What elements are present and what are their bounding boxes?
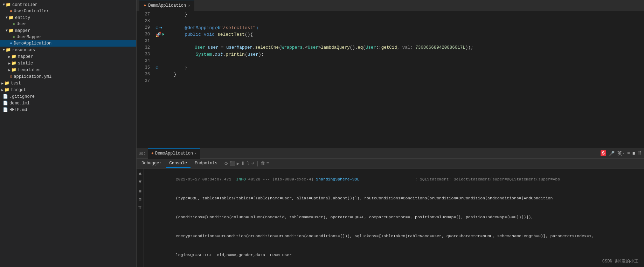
tab-console[interactable]: Console (166, 159, 191, 168)
arrow-right-icon: ▶ (8, 61, 11, 66)
text-file-icon: 📄 (3, 94, 8, 99)
filter-icon[interactable]: ⊠ (139, 197, 141, 202)
tree-item-test[interactable]: ▶ 📁 test (0, 80, 136, 87)
tree-item-controller[interactable]: ▼ 📁 controller (0, 1, 136, 8)
mic-icon[interactable]: 🎤 (609, 151, 615, 156)
tree-label: static (18, 61, 33, 66)
step-over-icon[interactable]: ⤵ (247, 161, 249, 166)
tree-item-entity[interactable]: ▼ 📁 entity (0, 14, 136, 21)
debug-icon: ⚑ (162, 32, 165, 37)
down-arrow-icon[interactable]: ▼ (139, 179, 141, 185)
panel-tabs-row: Debugger Console Endpoints ⟳ ⬛ ▶ ⏸ ⤵ ⤶ (137, 159, 644, 169)
arrow-down-icon: ▼ (6, 16, 8, 20)
tab-debugger-label: Debugger (141, 161, 162, 166)
code-line-36: } (174, 71, 644, 78)
tree-item-static[interactable]: ▶ 📁 static (0, 60, 136, 67)
arrow-right-icon: ▶ (8, 55, 11, 59)
tree-label: HELP.md (9, 108, 27, 112)
line-num-31: 31 (139, 38, 150, 44)
tree-label: templates (18, 68, 41, 73)
console-log-content[interactable]: 2022-05-27 09:34:07.471 INFO 48528 --- [… (144, 169, 644, 267)
split-icon[interactable]: ⊟ (139, 189, 141, 194)
tab-label: DemoApplication (148, 3, 186, 8)
code-content: } @GetMapping(⊙"/selectTest") public voi… (171, 11, 644, 84)
folder-icon: 📁 (6, 47, 11, 53)
panel-run-tab[interactable]: ● DemoApplication ✕ (148, 148, 200, 159)
tree-item-DemoApplication[interactable]: ● DemoApplication (0, 40, 136, 47)
log-line-5 (147, 265, 641, 267)
java-file-icon: ● (151, 151, 154, 156)
line-num-33: 33 (139, 51, 150, 58)
bottom-panel: ug: ● DemoApplication ✕ S 🎤 英· ⌨ ▦ ⣿ (137, 148, 644, 267)
tree-item-mapper[interactable]: ▼ 📁 mapper (0, 27, 136, 34)
log-line-3: encryptConditions=OrCondition(orConditio… (147, 227, 641, 246)
tree-label: controller (12, 2, 37, 7)
line-num-28: 28 (139, 18, 150, 25)
tree-item-gitignore[interactable]: 📄 .gitignore (0, 93, 136, 100)
tree-item-demo-iml[interactable]: 📄 demo.iml (0, 100, 136, 107)
line-num-27: 27 (139, 11, 150, 18)
editor-tab-bar: ● DemoApplication ✕ (137, 0, 644, 11)
line-num-35: 35 (139, 64, 150, 71)
lang-icon[interactable]: 英· (617, 150, 625, 157)
tree-item-resources[interactable]: ▼ 📁 resources (0, 47, 136, 53)
code-editor[interactable]: 27 28 29 30 31 32 33 34 35 36 37 (137, 11, 644, 148)
clear-icon[interactable]: 🗑 (261, 161, 265, 166)
tree-item-target[interactable]: ▶ 📁 target (0, 87, 136, 93)
code-line-27: } (174, 11, 644, 18)
keyboard-icon[interactable]: ⌨ (628, 151, 630, 156)
scroll-icon[interactable]: ≡ (266, 161, 269, 166)
tree-label: UserMapper (16, 35, 42, 40)
folder-icon: 📁 (4, 87, 9, 93)
tree-item-UserController[interactable]: ● UserController (0, 8, 136, 14)
code-line-37 (174, 78, 644, 84)
tab-console-label: Console (169, 161, 187, 166)
java-file-icon: ● (10, 9, 12, 14)
tree-label: mapper (18, 54, 33, 59)
folder-icon: 📁 (11, 67, 16, 73)
log-line-2: (conditions=[Condition(column=Column(nam… (147, 208, 641, 227)
tree-label: DemoApplication (14, 41, 51, 46)
code-line-30: public void selectTest(){ (174, 31, 644, 38)
editor-tab-DemoApplication[interactable]: ● DemoApplication ✕ (139, 0, 194, 11)
line-num-29: 29 (139, 25, 150, 31)
trash-icon[interactable]: 🗑 (138, 205, 142, 210)
tree-item-mapper-resources[interactable]: ▶ 📁 mapper (0, 53, 136, 60)
rerun-icon[interactable]: ⟳ (224, 161, 228, 166)
tab-debugger[interactable]: Debugger (138, 159, 165, 168)
sogou-icon[interactable]: S (601, 150, 606, 156)
md-file-icon: 📄 (3, 107, 8, 112)
tab-endpoints-label: Endpoints (195, 161, 217, 166)
tree-label: application.yml (14, 74, 51, 79)
java-file-icon: ● (144, 3, 146, 8)
divider (257, 161, 258, 166)
line-num-32: 32 (139, 44, 150, 51)
folder-icon: 📁 (8, 28, 14, 33)
settings-icon-2[interactable]: ▦ (633, 151, 635, 156)
arrow-right-icon: ▶ (8, 68, 11, 72)
tab-close-icon[interactable]: ✕ (188, 4, 190, 8)
panel-header: ug: ● DemoApplication ✕ S 🎤 英· ⌨ ▦ ⣿ (137, 148, 644, 159)
up-arrow-icon[interactable]: ▲ (139, 171, 141, 176)
stop-icon[interactable]: ⬛ (230, 161, 235, 166)
main-layout: ▼ 📁 controller ● UserController ▼ 📁 enti… (0, 0, 644, 267)
code-line-33: System.out.println(user); (174, 51, 644, 58)
file-tree-sidebar: ▼ 📁 controller ● UserController ▼ 📁 enti… (0, 0, 137, 267)
tree-item-templates[interactable]: ▶ 📁 templates (0, 67, 136, 73)
resume-icon[interactable]: ▶ (237, 161, 240, 166)
folder-icon: 📁 (11, 54, 16, 59)
tree-item-User[interactable]: ● User (0, 21, 136, 27)
tree-item-UserMapper[interactable]: ● UserMapper (0, 34, 136, 40)
tree-label: test (11, 81, 21, 86)
tree-label: resources (12, 48, 35, 53)
tree-label: User (16, 22, 27, 27)
step-into-icon[interactable]: ⤶ (251, 161, 255, 166)
tree-item-help-md[interactable]: 📄 HELP.md (0, 107, 136, 113)
more-icon[interactable]: ⣿ (638, 151, 641, 156)
tab-endpoints[interactable]: Endpoints (191, 159, 221, 168)
panel-tab-close[interactable]: ✕ (194, 151, 196, 156)
pause-icon[interactable]: ⏸ (241, 161, 245, 166)
tree-label: demo.iml (9, 101, 30, 106)
tree-item-application-yml[interactable]: ⚙ application.yml (0, 73, 136, 80)
arrow-right-icon: ▶ (1, 81, 4, 85)
